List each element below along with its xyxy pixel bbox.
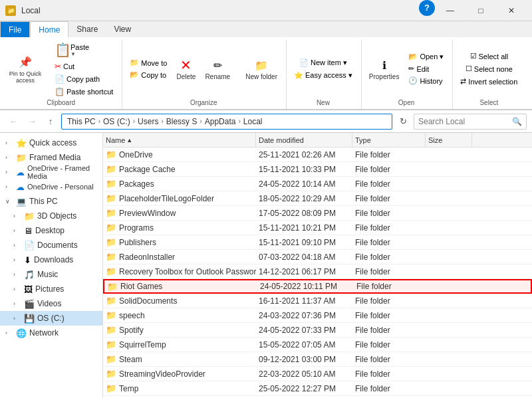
paste-button[interactable]: 📋 Paste ▼ — [51, 40, 116, 60]
file-date: 15-11-2021 09:10 PM — [256, 238, 352, 247]
rename-icon: ✏ — [209, 57, 225, 73]
file-name: 📁speech — [103, 310, 256, 320]
tab-view[interactable]: View — [106, 21, 139, 37]
col-header-name[interactable]: Name ▲ — [103, 133, 256, 147]
col-header-type[interactable]: Type — [352, 133, 426, 147]
col-header-date[interactable]: Date modified — [256, 133, 352, 147]
edit-icon: ✏ — [408, 64, 414, 73]
close-button[interactable]: ✕ — [496, 0, 527, 21]
tab-home[interactable]: Home — [30, 21, 68, 37]
forward-button[interactable]: → — [24, 114, 40, 130]
file-name: 📁SquirrelTemp — [103, 340, 256, 349]
paste-shortcut-button[interactable]: 📋 Paste shortcut — [51, 86, 116, 98]
sidebar-item-3d-objects[interactable]: › 📁 3D Objects — [0, 209, 102, 223]
table-row[interactable]: 📁Riot Games 24-05-2022 10:11 PM File fol… — [103, 279, 532, 294]
folder-icon: 📁 — [106, 149, 116, 159]
table-row[interactable]: 📁Temp 25-05-2022 12:27 PM File folder — [103, 381, 532, 396]
new-group-content: 📄 New item ▾ ⭐ Easy access ▾ — [291, 40, 356, 98]
new-item-button[interactable]: 📄 New item ▾ — [296, 57, 350, 68]
sidebar-item-downloads[interactable]: › ⬇ Downloads — [0, 252, 102, 267]
expander-vids: › — [13, 300, 21, 307]
file-type: File folder — [354, 282, 427, 291]
file-name: 📁RadeonInstaller — [103, 252, 256, 262]
paste-icon: 📋 — [55, 42, 70, 58]
tab-share[interactable]: Share — [68, 21, 106, 37]
delete-button[interactable]: ✕ Delete — [173, 55, 199, 82]
copy-to-button[interactable]: 📂 Copy to — [126, 69, 170, 80]
sidebar-item-os-c[interactable]: › 💾 OS (C:) — [0, 311, 102, 326]
file-name: 📁Recovery Toolbox for Outlook Password — [103, 266, 256, 276]
path-users: Users — [138, 117, 158, 126]
open-group: ℹ Properties 📂 Open ▾ ✏ Edit 🕐 History — [363, 40, 454, 109]
rename-button[interactable]: ✏ Rename — [201, 55, 233, 82]
pin-quick-access-button[interactable]: 📌 Pin to Quick access — [5, 52, 45, 86]
help-button[interactable]: ? — [419, 0, 435, 16]
table-row[interactable]: 📁Packages 24-05-2022 10:14 AM File folde… — [103, 177, 532, 191]
table-row[interactable]: 📁PreviewWindow 17-05-2022 08:09 PM File … — [103, 206, 532, 221]
copy-path-button[interactable]: 📄 Copy path — [51, 73, 116, 85]
path-arrow-4: › — [200, 118, 201, 125]
invert-selection-button[interactable]: ⇄ Invert selection — [457, 76, 521, 87]
move-to-button[interactable]: 📁 Move to — [126, 57, 170, 68]
sidebar-item-this-pc[interactable]: ∨ 💻 This PC — [0, 194, 102, 209]
ribbon-content: 📌 Pin to Quick access 📋 Paste ▼ ✂ Cut — [0, 37, 532, 110]
sidebar-item-pictures[interactable]: › 🖼 Pictures — [0, 282, 102, 296]
table-row[interactable]: 📁Publishers 15-11-2021 09:10 PM File fol… — [103, 235, 532, 250]
sidebar-item-network[interactable]: › 🌐 Network — [0, 326, 102, 340]
open-button[interactable]: 📂 Open ▾ — [405, 51, 447, 62]
open-icon: 📂 — [408, 52, 418, 61]
table-row[interactable]: 📁Steam 09-12-2021 03:00 PM File folder — [103, 352, 532, 367]
properties-button[interactable]: ℹ Properties — [366, 55, 403, 82]
table-row[interactable]: 📁speech 24-03-2022 07:36 PM File folder — [103, 308, 532, 323]
sidebar-item-framed-media[interactable]: › 📁 Framed Media — [0, 150, 102, 165]
desktop-label: Desktop — [35, 226, 102, 235]
address-path[interactable]: This PC › OS (C:) › Users › Blessy S › A… — [61, 114, 392, 130]
col-header-size[interactable]: Size — [426, 133, 472, 147]
select-none-button[interactable]: ☐ Select none — [462, 63, 516, 74]
main-area: › ⭐ Quick access › 📁 Framed Media › ☁ On… — [0, 133, 532, 398]
edit-button[interactable]: ✏ Edit — [405, 63, 447, 74]
table-row[interactable]: 📁StreamingVideoProvider 22-03-2022 05:10… — [103, 367, 532, 381]
file-date: 25-05-2022 12:27 PM — [256, 384, 352, 393]
file-type: File folder — [352, 179, 426, 189]
file-name: 📁Riot Games — [104, 282, 257, 292]
sidebar: › ⭐ Quick access › 📁 Framed Media › ☁ On… — [0, 133, 103, 398]
table-row[interactable]: 📁Recovery Toolbox for Outlook Password 1… — [103, 264, 532, 279]
folder-icon: 📁 — [106, 340, 116, 349]
select-all-button[interactable]: ☑ Select all — [467, 50, 512, 62]
table-row[interactable]: 📁Programs 15-11-2021 10:21 PM File folde… — [103, 221, 532, 235]
folder-icon: 📁 — [106, 310, 116, 320]
tab-file[interactable]: File — [0, 21, 30, 37]
sidebar-item-onedrive-personal[interactable]: › ☁ OneDrive - Personal — [0, 179, 102, 194]
sidebar-item-videos[interactable]: › 🎬 Videos — [0, 296, 102, 311]
history-button[interactable]: 🕐 History — [405, 75, 447, 86]
sidebar-item-quick-access[interactable]: › ⭐ Quick access — [0, 136, 102, 150]
new-folder-button[interactable]: 📁 New folder — [242, 55, 281, 82]
file-rows-container: 📁OneDrive 25-11-2021 02:26 AM File folde… — [103, 148, 532, 398]
select-none-icon: ☐ — [466, 64, 472, 73]
search-input[interactable] — [418, 117, 509, 126]
table-row[interactable]: 📁SquirrelTemp 15-05-2022 07:05 AM File f… — [103, 338, 532, 352]
table-row[interactable]: 📁OneDrive 25-11-2021 02:26 AM File folde… — [103, 148, 532, 162]
table-row[interactable]: 📁RadeonInstaller 07-03-2022 04:18 AM Fil… — [103, 250, 532, 264]
up-button[interactable]: ↑ — [43, 114, 59, 130]
file-name: 📁PlaceholderTileLogoFolder — [103, 193, 256, 203]
maximize-button[interactable]: □ — [466, 0, 496, 21]
new-group: 📄 New item ▾ ⭐ Easy access ▾ New — [288, 40, 362, 109]
back-button[interactable]: ← — [5, 114, 21, 130]
sidebar-item-documents[interactable]: › 📄 Documents — [0, 238, 102, 252]
table-row[interactable]: 📁Spotify 24-05-2022 07:33 PM File folder — [103, 323, 532, 338]
sidebar-item-music[interactable]: › 🎵 Music — [0, 267, 102, 282]
search-box[interactable]: 🔍 — [414, 114, 527, 130]
table-row[interactable]: 📁Package Cache 15-11-2021 10:33 PM File … — [103, 162, 532, 177]
table-row[interactable]: 📁PlaceholderTileLogoFolder 18-05-2022 10… — [103, 191, 532, 206]
cut-button[interactable]: ✂ Cut — [51, 60, 116, 72]
sidebar-item-desktop[interactable]: › 🖥 Desktop — [0, 223, 102, 238]
sidebar-item-onedrive-framed[interactable]: › ☁ OneDrive - Framed Media — [0, 165, 102, 179]
3d-objects-label: 3D Objects — [37, 211, 102, 221]
onedrive-framed-label: OneDrive - Framed Media — [27, 164, 102, 180]
refresh-button[interactable]: ↻ — [395, 114, 411, 130]
table-row[interactable]: 📁SolidDocuments 16-11-2021 11:37 AM File… — [103, 294, 532, 308]
easy-access-button[interactable]: ⭐ Easy access ▾ — [291, 70, 356, 81]
minimize-button[interactable]: — — [435, 0, 466, 21]
